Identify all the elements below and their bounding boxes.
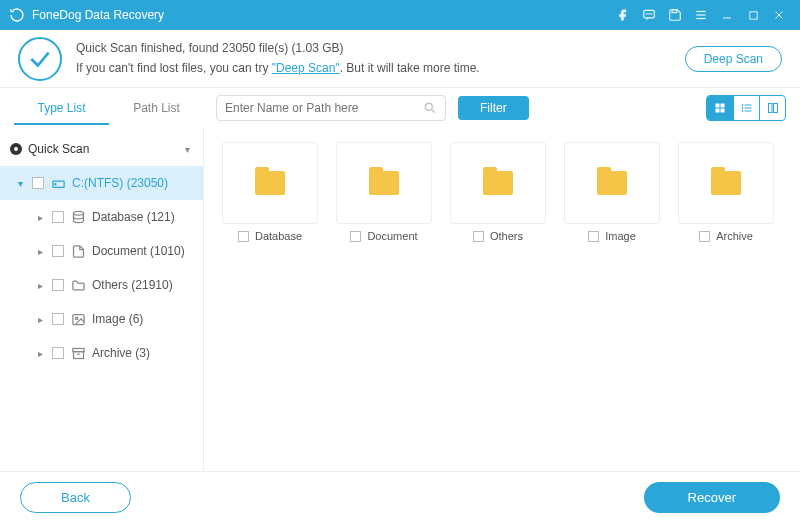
checkbox[interactable] xyxy=(238,231,249,242)
view-detail-button[interactable] xyxy=(759,96,785,120)
checkbox[interactable] xyxy=(52,245,64,257)
view-list-button[interactable] xyxy=(733,96,759,120)
filter-button[interactable]: Filter xyxy=(458,96,529,120)
status-line2-post: . But it will take more time. xyxy=(340,61,480,75)
chevron-right-icon: ▸ xyxy=(34,246,46,257)
tree-child[interactable]: ▸Archive (3) xyxy=(0,336,203,370)
checkmark-icon xyxy=(18,37,62,81)
status-line2-pre: If you can't find lost files, you can tr… xyxy=(76,61,272,75)
svg-point-2 xyxy=(649,14,650,15)
toolbar: Type List Path List Filter xyxy=(0,88,800,128)
tab-type-list[interactable]: Type List xyxy=(14,91,109,125)
svg-rect-24 xyxy=(768,104,772,113)
checkbox[interactable] xyxy=(52,279,64,291)
save-icon[interactable] xyxy=(662,0,688,30)
folder-thumb xyxy=(678,142,774,224)
folder-thumb xyxy=(336,142,432,224)
search-input[interactable] xyxy=(225,101,423,115)
folder-label-row: Image xyxy=(588,230,636,242)
chevron-right-icon: ▸ xyxy=(34,314,46,325)
svg-point-28 xyxy=(73,211,83,215)
close-icon[interactable] xyxy=(766,0,792,30)
tree-child-label: Archive (3) xyxy=(92,346,150,360)
recover-button[interactable]: Recover xyxy=(644,482,780,513)
chevron-right-icon: ▸ xyxy=(34,348,46,359)
svg-rect-25 xyxy=(773,104,777,113)
folder-grid: DatabaseDocumentOthersImageArchive xyxy=(222,142,782,242)
folder-label: Document xyxy=(367,230,417,242)
sidebar-tree: Quick Scan ▾ ▾ C:(NTFS) (23050) ▸Databas… xyxy=(0,128,204,471)
chevron-down-icon: ▾ xyxy=(14,178,26,189)
content-pane: DatabaseDocumentOthersImageArchive xyxy=(204,128,800,471)
tab-path-list[interactable]: Path List xyxy=(109,91,204,125)
folder-label: Image xyxy=(605,230,636,242)
folder-item[interactable]: Others xyxy=(450,142,546,242)
svg-rect-32 xyxy=(73,351,83,358)
tree-root-label: Quick Scan xyxy=(28,142,175,156)
tree-drive[interactable]: ▾ C:(NTFS) (23050) xyxy=(0,166,203,200)
deep-scan-link[interactable]: "Deep Scan" xyxy=(272,61,340,75)
checkbox[interactable] xyxy=(52,347,64,359)
feedback-icon[interactable] xyxy=(636,0,662,30)
tree-child-label: Database (121) xyxy=(92,210,175,224)
folder-icon xyxy=(711,171,741,195)
app-logo-icon xyxy=(8,6,26,24)
footer: Back Recover xyxy=(0,471,800,523)
svg-point-27 xyxy=(54,183,55,184)
drive-icon xyxy=(50,175,66,191)
checkbox[interactable] xyxy=(52,211,64,223)
folder-item[interactable]: Database xyxy=(222,142,318,242)
app-title: FoneDog Data Recovery xyxy=(32,8,164,22)
archive-icon xyxy=(70,345,86,361)
search-icon xyxy=(423,101,437,115)
svg-rect-14 xyxy=(716,104,720,108)
status-bar: Quick Scan finished, found 23050 file(s)… xyxy=(0,30,800,88)
view-grid-button[interactable] xyxy=(707,96,733,120)
tree-child[interactable]: ▸Image (6) xyxy=(0,302,203,336)
tree-root-quick-scan[interactable]: Quick Scan ▾ xyxy=(0,132,203,166)
folder-icon xyxy=(70,277,86,293)
svg-point-12 xyxy=(425,103,432,110)
deep-scan-button[interactable]: Deep Scan xyxy=(685,46,782,72)
checkbox[interactable] xyxy=(350,231,361,242)
minimize-icon[interactable] xyxy=(714,0,740,30)
folder-thumb xyxy=(450,142,546,224)
tree-child[interactable]: ▸Others (21910) xyxy=(0,268,203,302)
svg-point-30 xyxy=(75,317,78,320)
folder-label-row: Database xyxy=(238,230,302,242)
status-line1-post: ) xyxy=(340,41,344,55)
checkbox[interactable] xyxy=(588,231,599,242)
folder-icon xyxy=(369,171,399,195)
facebook-icon[interactable] xyxy=(610,0,636,30)
folder-icon xyxy=(255,171,285,195)
tree-child-label: Others (21910) xyxy=(92,278,173,292)
document-icon xyxy=(70,243,86,259)
svg-rect-4 xyxy=(672,10,677,13)
checkbox[interactable] xyxy=(473,231,484,242)
maximize-icon[interactable] xyxy=(740,0,766,30)
menu-icon[interactable] xyxy=(688,0,714,30)
folder-item[interactable]: Archive xyxy=(678,142,774,242)
folder-item[interactable]: Document xyxy=(336,142,432,242)
database-icon xyxy=(70,209,86,225)
checkbox[interactable] xyxy=(699,231,710,242)
chevron-right-icon: ▸ xyxy=(34,280,46,291)
folder-item[interactable]: Image xyxy=(564,142,660,242)
folder-icon xyxy=(597,171,627,195)
folder-label-row: Others xyxy=(473,230,523,242)
folder-label-row: Document xyxy=(350,230,417,242)
tree-child[interactable]: ▸Database (121) xyxy=(0,200,203,234)
svg-point-22 xyxy=(742,108,743,109)
folder-label: Others xyxy=(490,230,523,242)
svg-point-3 xyxy=(651,14,652,15)
back-button[interactable]: Back xyxy=(20,482,131,513)
svg-rect-16 xyxy=(716,109,720,113)
tree-child[interactable]: ▸Document (1010) xyxy=(0,234,203,268)
svg-rect-17 xyxy=(721,109,725,113)
chevron-right-icon: ▸ xyxy=(34,212,46,223)
svg-rect-9 xyxy=(749,11,756,18)
checkbox[interactable] xyxy=(52,313,64,325)
checkbox[interactable] xyxy=(32,177,44,189)
search-input-wrap[interactable] xyxy=(216,95,446,121)
view-toggle xyxy=(706,95,786,121)
